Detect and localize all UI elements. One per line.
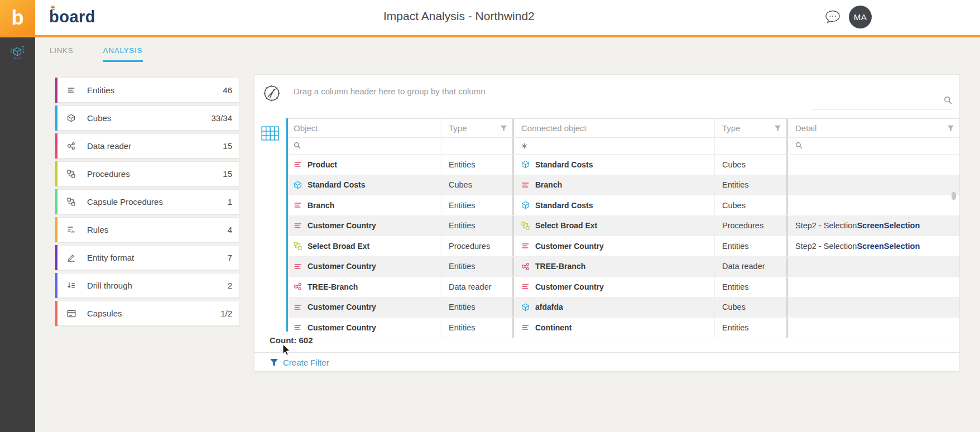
create-filter-button[interactable]: Create Filter: [254, 352, 959, 372]
cube-icon: [294, 181, 302, 189]
category-color-bar: [55, 245, 57, 270]
filter-cell[interactable]: [514, 138, 715, 154]
filter-cell[interactable]: [286, 138, 441, 154]
chat-icon[interactable]: [824, 9, 841, 27]
connected-type: Cubes: [722, 160, 746, 169]
grid-header-row: ObjectTypeConnected objectTypeDetail: [286, 118, 959, 138]
object-cell: Customer Country: [286, 216, 441, 236]
links-grid: ObjectTypeConnected objectTypeDetailProd…: [286, 118, 959, 338]
column-header-object[interactable]: Object: [286, 119, 441, 137]
avatar[interactable]: MA: [849, 6, 872, 28]
graph-view-icon[interactable]: [262, 83, 282, 105]
object-type-card-cubes[interactable]: Cubes33/34: [55, 105, 240, 131]
connected-object-name: afdafda: [535, 303, 563, 311]
object-type: Entities: [449, 201, 475, 210]
connected-type-cell: Entities: [715, 277, 788, 297]
object-type-cell: Entities: [441, 216, 514, 236]
object-name: Customer Country: [308, 323, 376, 332]
brand-stripes-icon: [51, 6, 55, 10]
detail-screen-link[interactable]: ScreenSelection: [857, 242, 920, 251]
table-row[interactable]: Select Broad ExtProceduresCustomer Count…: [286, 236, 959, 257]
entity-icon: [294, 222, 302, 230]
table-row[interactable]: BranchEntitiesStandard CostsCubes: [286, 195, 959, 216]
connected-object-cell: Customer Country: [514, 236, 715, 256]
category-color-bar: [55, 273, 57, 298]
object-type-card-capsules[interactable]: Capsules1/2: [55, 301, 240, 326]
category-color-bar: [55, 189, 57, 214]
capsules-nav-icon[interactable]: [9, 44, 26, 63]
vertical-scrollbar-thumb[interactable]: [952, 192, 956, 200]
connected-type: Entities: [722, 323, 749, 332]
column-header-label: Detail: [795, 123, 816, 133]
column-filter-funnel-icon[interactable]: [500, 125, 507, 132]
column-header-detail[interactable]: Detail: [788, 119, 959, 137]
connected-type: Entities: [722, 180, 749, 189]
filter-cell[interactable]: [715, 138, 788, 154]
app-rail: [0, 37, 35, 432]
table-row[interactable]: TREE-BranchData readerCustomer CountryEn…: [286, 277, 959, 297]
filter-cell[interactable]: [441, 138, 514, 154]
object-cell: Customer Country: [286, 297, 441, 318]
datareader-icon: [521, 262, 530, 271]
object-type-card-entities[interactable]: Entities46: [55, 78, 240, 103]
board-logo-square[interactable]: b: [0, 0, 35, 35]
object-type: Entities: [449, 221, 475, 230]
grid-view-icon[interactable]: [261, 126, 279, 143]
row-count: Count: 602: [254, 335, 313, 345]
table-row[interactable]: ProductEntitiesStandard CostsCubes: [286, 155, 959, 175]
drillthrough-icon: [67, 280, 78, 291]
detail-cell: [788, 175, 959, 195]
column-header-type[interactable]: Type: [441, 119, 514, 137]
grid-search-input[interactable]: [811, 95, 953, 109]
table-row[interactable]: Standard CostsCubesBranchEntities: [286, 175, 959, 196]
column-header-type[interactable]: Type: [715, 119, 788, 137]
entity-icon: [67, 85, 78, 96]
column-header-label: Connected object: [521, 123, 587, 133]
category-color-bar: [55, 161, 57, 186]
tab-links[interactable]: LINKS: [49, 45, 74, 62]
table-row[interactable]: Customer CountryEntitiesTREE-BranchData …: [286, 257, 959, 277]
object-type: Data reader: [449, 282, 492, 291]
object-type-card-rules[interactable]: fxRules4: [55, 217, 240, 242]
category-label: Entity format: [87, 253, 134, 262]
column-filter-funnel-icon[interactable]: [947, 125, 954, 132]
group-by-hint[interactable]: Drag a column header here to group by th…: [294, 87, 486, 96]
object-type: Entities: [449, 303, 475, 311]
object-type-cell: Entities: [441, 297, 514, 318]
tab-analysis[interactable]: ANALYSIS: [103, 45, 143, 62]
filter-cell[interactable]: [788, 138, 959, 154]
entity-icon: [294, 262, 302, 271]
connected-object-name: Standard Costs: [535, 160, 593, 169]
detail-cell: [788, 195, 959, 215]
category-color-bar: [55, 78, 57, 103]
object-type-cell: Entities: [441, 257, 514, 277]
detail-cell: [788, 155, 959, 175]
object-cell: Standard Costs: [286, 175, 441, 195]
object-cell: Product: [286, 155, 441, 175]
column-header-connected-object[interactable]: Connected object: [514, 119, 715, 137]
detail-screen-link[interactable]: ScreenSelection: [857, 221, 920, 230]
object-type-panel: Entities46Cubes33/34Data reader15Procedu…: [55, 78, 240, 329]
object-type-card-entity-format[interactable]: Entity format7: [55, 245, 240, 270]
object-name: Product: [308, 160, 337, 169]
connected-object-name: Standard Costs: [535, 201, 593, 210]
column-header-label: Object: [294, 123, 318, 133]
object-type-card-drill-through[interactable]: Drill through2: [55, 273, 240, 298]
table-row[interactable]: Customer CountryEntitiesSelect Broad Ext…: [286, 216, 959, 237]
table-row[interactable]: Customer CountryEntitiesafdafdaCubes: [286, 297, 959, 318]
connected-object-name: TREE-Branch: [535, 262, 585, 271]
connected-type: Data reader: [722, 262, 765, 271]
object-type-card-capsule-procedures[interactable]: Capsule Procedures1: [55, 189, 240, 214]
category-color-bar: [55, 133, 57, 159]
object-type-cell: Cubes: [441, 175, 514, 195]
board-brand-logo[interactable]: board: [49, 7, 95, 27]
connected-type-cell: Cubes: [715, 155, 788, 175]
connected-type-cell: Entities: [715, 236, 788, 256]
connected-type-cell: Entities: [715, 175, 788, 195]
connected-type: Cubes: [722, 201, 746, 210]
object-type-card-procedures[interactable]: Procedures15: [55, 161, 240, 186]
column-filter-funnel-icon[interactable]: [774, 125, 781, 132]
topbar: board Impact Analysis - Northwind2 MA: [35, 0, 980, 35]
object-type-card-data-reader[interactable]: Data reader15: [55, 133, 240, 159]
category-label: Entities: [87, 85, 114, 95]
